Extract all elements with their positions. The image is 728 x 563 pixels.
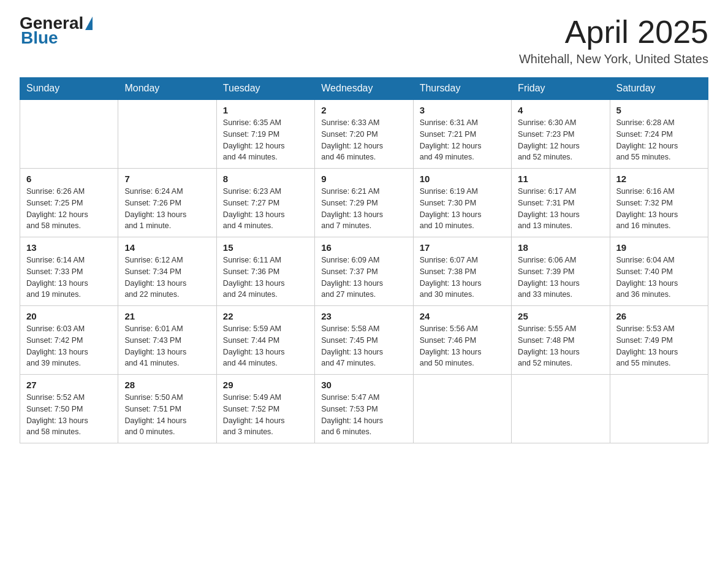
calendar-cell: 18Sunrise: 6:06 AM Sunset: 7:39 PM Dayli… — [512, 237, 610, 306]
day-info: Sunrise: 5:55 AM Sunset: 7:48 PM Dayligh… — [518, 323, 603, 369]
calendar-cell: 27Sunrise: 5:52 AM Sunset: 7:50 PM Dayli… — [20, 375, 118, 443]
calendar-cell: 13Sunrise: 6:14 AM Sunset: 7:33 PM Dayli… — [20, 237, 118, 306]
day-info: Sunrise: 6:01 AM Sunset: 7:43 PM Dayligh… — [124, 323, 210, 369]
day-info: Sunrise: 6:24 AM Sunset: 7:26 PM Dayligh… — [124, 186, 210, 232]
day-info: Sunrise: 5:59 AM Sunset: 7:44 PM Dayligh… — [223, 323, 308, 369]
day-number: 17 — [420, 242, 505, 253]
day-info: Sunrise: 6:26 AM Sunset: 7:25 PM Dayligh… — [26, 186, 112, 232]
calendar-cell: 28Sunrise: 5:50 AM Sunset: 7:51 PM Dayli… — [118, 375, 216, 443]
day-number: 19 — [616, 242, 702, 253]
day-number: 24 — [420, 311, 505, 321]
day-info: Sunrise: 5:47 AM Sunset: 7:53 PM Dayligh… — [321, 392, 406, 438]
calendar-week-2: 6Sunrise: 6:26 AM Sunset: 7:25 PM Daylig… — [20, 169, 708, 237]
calendar-cell: 6Sunrise: 6:26 AM Sunset: 7:25 PM Daylig… — [20, 169, 118, 237]
day-info: Sunrise: 6:19 AM Sunset: 7:30 PM Dayligh… — [420, 186, 505, 232]
calendar-cell: 5Sunrise: 6:28 AM Sunset: 7:24 PM Daylig… — [610, 99, 708, 169]
day-number: 16 — [321, 242, 406, 253]
calendar-cell — [610, 375, 708, 443]
calendar-cell: 21Sunrise: 6:01 AM Sunset: 7:43 PM Dayli… — [118, 306, 216, 375]
day-info: Sunrise: 5:50 AM Sunset: 7:51 PM Dayligh… — [124, 392, 210, 438]
day-info: Sunrise: 5:56 AM Sunset: 7:46 PM Dayligh… — [420, 323, 505, 369]
day-info: Sunrise: 6:04 AM Sunset: 7:40 PM Dayligh… — [616, 255, 702, 301]
calendar-cell: 30Sunrise: 5:47 AM Sunset: 7:53 PM Dayli… — [315, 375, 413, 443]
calendar-cell: 19Sunrise: 6:04 AM Sunset: 7:40 PM Dayli… — [610, 237, 708, 306]
month-title: April 2025 — [519, 15, 708, 50]
day-number: 7 — [124, 174, 210, 184]
calendar-cell: 16Sunrise: 6:09 AM Sunset: 7:37 PM Dayli… — [315, 237, 413, 306]
col-header-friday: Friday — [512, 78, 610, 100]
day-number: 28 — [124, 380, 210, 390]
day-info: Sunrise: 5:58 AM Sunset: 7:45 PM Dayligh… — [321, 323, 406, 369]
calendar-cell: 1Sunrise: 6:35 AM Sunset: 7:19 PM Daylig… — [216, 99, 314, 169]
day-info: Sunrise: 6:09 AM Sunset: 7:37 PM Dayligh… — [321, 255, 406, 301]
calendar-cell: 14Sunrise: 6:12 AM Sunset: 7:34 PM Dayli… — [118, 237, 216, 306]
calendar-cell: 29Sunrise: 5:49 AM Sunset: 7:52 PM Dayli… — [216, 375, 314, 443]
day-number: 29 — [223, 380, 308, 390]
page-header: General Blue April 2025 Whitehall, New Y… — [20, 15, 708, 66]
logo-blue-text: Blue — [21, 29, 93, 47]
day-info: Sunrise: 6:12 AM Sunset: 7:34 PM Dayligh… — [124, 255, 210, 301]
calendar-cell — [20, 99, 118, 169]
day-info: Sunrise: 5:49 AM Sunset: 7:52 PM Dayligh… — [223, 392, 308, 438]
day-info: Sunrise: 6:35 AM Sunset: 7:19 PM Dayligh… — [223, 117, 308, 163]
col-header-monday: Monday — [118, 78, 216, 100]
day-info: Sunrise: 6:30 AM Sunset: 7:23 PM Dayligh… — [518, 117, 603, 163]
day-number: 4 — [518, 105, 603, 115]
day-info: Sunrise: 6:16 AM Sunset: 7:32 PM Dayligh… — [616, 186, 702, 232]
day-number: 13 — [26, 242, 112, 253]
day-info: Sunrise: 6:11 AM Sunset: 7:36 PM Dayligh… — [223, 255, 308, 301]
calendar-cell: 7Sunrise: 6:24 AM Sunset: 7:26 PM Daylig… — [118, 169, 216, 237]
title-block: April 2025 Whitehall, New York, United S… — [519, 15, 708, 66]
day-number: 22 — [223, 311, 308, 321]
logo[interactable]: General Blue — [20, 15, 93, 47]
calendar-cell: 23Sunrise: 5:58 AM Sunset: 7:45 PM Dayli… — [315, 306, 413, 375]
calendar-cell: 11Sunrise: 6:17 AM Sunset: 7:31 PM Dayli… — [512, 169, 610, 237]
day-number: 12 — [616, 174, 702, 184]
calendar-cell: 22Sunrise: 5:59 AM Sunset: 7:44 PM Dayli… — [216, 306, 314, 375]
day-info: Sunrise: 5:53 AM Sunset: 7:49 PM Dayligh… — [616, 323, 702, 369]
day-number: 15 — [223, 242, 308, 253]
logo-triangle-icon — [85, 17, 93, 30]
calendar-week-3: 13Sunrise: 6:14 AM Sunset: 7:33 PM Dayli… — [20, 237, 708, 306]
day-number: 23 — [321, 311, 406, 321]
calendar-cell: 26Sunrise: 5:53 AM Sunset: 7:49 PM Dayli… — [610, 306, 708, 375]
calendar-cell: 24Sunrise: 5:56 AM Sunset: 7:46 PM Dayli… — [413, 306, 511, 375]
day-info: Sunrise: 6:31 AM Sunset: 7:21 PM Dayligh… — [420, 117, 505, 163]
day-info: Sunrise: 6:06 AM Sunset: 7:39 PM Dayligh… — [518, 255, 603, 301]
day-number: 18 — [518, 242, 603, 253]
day-info: Sunrise: 6:21 AM Sunset: 7:29 PM Dayligh… — [321, 186, 406, 232]
calendar-cell: 17Sunrise: 6:07 AM Sunset: 7:38 PM Dayli… — [413, 237, 511, 306]
calendar-cell: 8Sunrise: 6:23 AM Sunset: 7:27 PM Daylig… — [216, 169, 314, 237]
calendar-cell: 20Sunrise: 6:03 AM Sunset: 7:42 PM Dayli… — [20, 306, 118, 375]
day-number: 11 — [518, 174, 603, 184]
calendar-cell: 2Sunrise: 6:33 AM Sunset: 7:20 PM Daylig… — [315, 99, 413, 169]
calendar-week-1: 1Sunrise: 6:35 AM Sunset: 7:19 PM Daylig… — [20, 99, 708, 169]
day-number: 20 — [26, 311, 112, 321]
day-number: 10 — [420, 174, 505, 184]
day-number: 6 — [26, 174, 112, 184]
calendar-cell: 10Sunrise: 6:19 AM Sunset: 7:30 PM Dayli… — [413, 169, 511, 237]
day-number: 30 — [321, 380, 406, 390]
day-number: 1 — [223, 105, 308, 115]
day-info: Sunrise: 6:23 AM Sunset: 7:27 PM Dayligh… — [223, 186, 308, 232]
day-info: Sunrise: 6:07 AM Sunset: 7:38 PM Dayligh… — [420, 255, 505, 301]
day-number: 8 — [223, 174, 308, 184]
calendar-cell: 3Sunrise: 6:31 AM Sunset: 7:21 PM Daylig… — [413, 99, 511, 169]
calendar-cell: 15Sunrise: 6:11 AM Sunset: 7:36 PM Dayli… — [216, 237, 314, 306]
day-number: 14 — [124, 242, 210, 253]
calendar-cell: 9Sunrise: 6:21 AM Sunset: 7:29 PM Daylig… — [315, 169, 413, 237]
col-header-thursday: Thursday — [413, 78, 511, 100]
day-info: Sunrise: 6:03 AM Sunset: 7:42 PM Dayligh… — [26, 323, 112, 369]
calendar-cell — [413, 375, 511, 443]
day-number: 25 — [518, 311, 603, 321]
calendar-week-5: 27Sunrise: 5:52 AM Sunset: 7:50 PM Dayli… — [20, 375, 708, 443]
col-header-saturday: Saturday — [610, 78, 708, 100]
col-header-wednesday: Wednesday — [315, 78, 413, 100]
calendar-cell — [118, 99, 216, 169]
day-number: 21 — [124, 311, 210, 321]
calendar-cell: 25Sunrise: 5:55 AM Sunset: 7:48 PM Dayli… — [512, 306, 610, 375]
calendar-cell: 12Sunrise: 6:16 AM Sunset: 7:32 PM Dayli… — [610, 169, 708, 237]
col-header-sunday: Sunday — [20, 78, 118, 100]
day-number: 2 — [321, 105, 406, 115]
day-info: Sunrise: 6:17 AM Sunset: 7:31 PM Dayligh… — [518, 186, 603, 232]
